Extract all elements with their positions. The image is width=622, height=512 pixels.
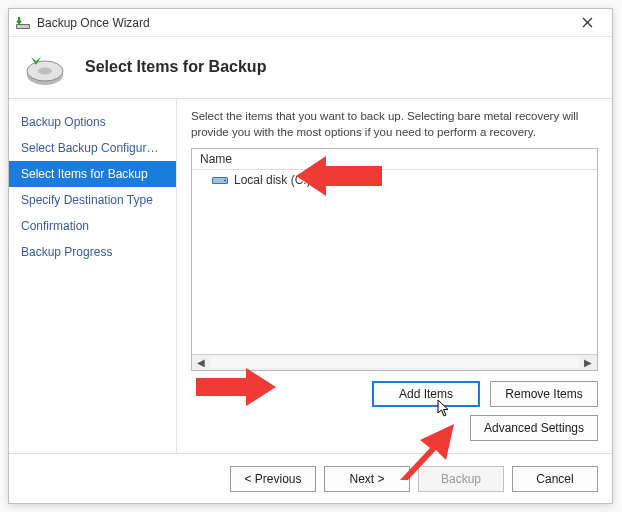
wizard-content: Select the items that you want to back u… — [177, 99, 612, 453]
instructions-text: Select the items that you want to back u… — [191, 109, 598, 140]
backup-icon — [23, 45, 67, 89]
list-rows: Local disk (C:) — [192, 170, 597, 354]
step-backup-options[interactable]: Backup Options — [9, 109, 176, 135]
wizard-header: Select Items for Backup — [9, 37, 612, 99]
wizard-footer: < Previous Next > Backup Cancel — [9, 453, 612, 503]
list-item[interactable]: Local disk (C:) — [192, 170, 597, 190]
app-icon — [15, 15, 31, 31]
step-select-items[interactable]: Select Items for Backup — [9, 161, 176, 187]
step-destination-type[interactable]: Specify Destination Type — [9, 187, 176, 213]
scroll-track[interactable] — [210, 358, 579, 368]
page-title: Select Items for Backup — [85, 58, 266, 76]
horizontal-scrollbar[interactable]: ◀ ▶ — [192, 354, 597, 370]
next-button[interactable]: Next > — [324, 466, 410, 492]
scroll-right-icon[interactable]: ▶ — [581, 356, 595, 370]
scroll-left-icon[interactable]: ◀ — [194, 356, 208, 370]
window-title: Backup Once Wizard — [37, 16, 568, 30]
advanced-settings-button[interactable]: Advanced Settings — [470, 415, 598, 441]
svg-point-7 — [224, 180, 226, 182]
backup-wizard-dialog: Backup Once Wizard Select Items for Back… — [8, 8, 613, 504]
add-items-button[interactable]: Add Items — [372, 381, 480, 407]
wizard-steps: Backup Options Select Backup Configurat.… — [9, 99, 177, 453]
remove-items-button[interactable]: Remove Items — [490, 381, 598, 407]
list-item-label: Local disk (C:) — [234, 173, 311, 187]
svg-rect-1 — [17, 25, 29, 28]
cancel-button[interactable]: Cancel — [512, 466, 598, 492]
step-confirmation[interactable]: Confirmation — [9, 213, 176, 239]
step-select-backup-config[interactable]: Select Backup Configurat... — [9, 135, 176, 161]
list-header-name: Name — [192, 149, 597, 170]
items-listbox[interactable]: Name Local disk (C:) ◀ — [191, 148, 598, 371]
step-backup-progress[interactable]: Backup Progress — [9, 239, 176, 265]
disk-icon — [212, 174, 228, 186]
backup-button: Backup — [418, 466, 504, 492]
titlebar: Backup Once Wizard — [9, 9, 612, 37]
previous-button[interactable]: < Previous — [230, 466, 316, 492]
svg-point-4 — [38, 67, 52, 74]
close-button[interactable] — [568, 12, 606, 34]
